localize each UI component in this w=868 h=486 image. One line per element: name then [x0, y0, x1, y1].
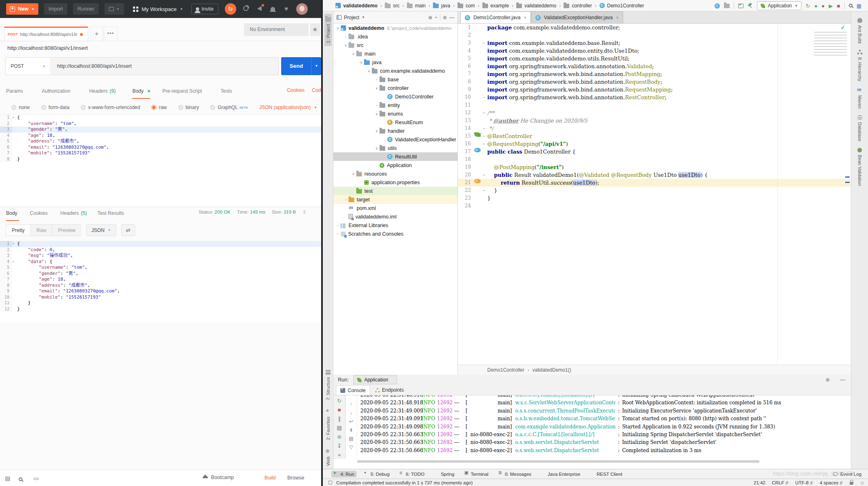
- tree-item[interactable]: › base: [333, 75, 457, 84]
- environment-eye-icon[interactable]: ◉: [310, 23, 320, 36]
- stripe-button[interactable]: 8: Hierarchy: [857, 50, 862, 81]
- body-mode-radio[interactable]: none: [11, 105, 31, 110]
- tree-item[interactable]: validateddemo.iml: [333, 212, 457, 221]
- format-selector[interactable]: JSON ▼: [86, 224, 116, 236]
- save-response-icon[interactable]: ⇩: [302, 209, 306, 215]
- view-mode-button[interactable]: Pretty: [6, 224, 30, 236]
- indent-selector[interactable]: 4 spaces: [820, 480, 843, 485]
- breadcrumb-item[interactable]: src: [385, 3, 407, 9]
- tree-item[interactable]: ∨ handler: [333, 127, 457, 135]
- down-stack-icon[interactable]: ↓: [350, 410, 353, 415]
- bell-icon[interactable]: [269, 5, 277, 13]
- run-configuration-selector[interactable]: Application ▼: [757, 1, 802, 10]
- toolwindow-button[interactable]: 4: Run: [331, 471, 357, 477]
- browse-link[interactable]: Browse: [287, 475, 304, 481]
- announcement-icon[interactable]: [256, 5, 263, 13]
- tree-item[interactable]: test: [333, 187, 457, 195]
- export-icon[interactable]: ↧: [337, 443, 342, 448]
- response-section-tab[interactable]: Headers (5): [60, 209, 87, 221]
- tree-item[interactable]: › .idea: [333, 32, 457, 41]
- clear-all-icon[interactable]: ▽: [349, 445, 353, 450]
- inspection-ok-icon[interactable]: ✓: [841, 25, 845, 31]
- toolwindow-button[interactable]: Spring: [432, 471, 457, 477]
- search-everywhere-icon[interactable]: [849, 3, 852, 9]
- horizontal-scrollbar[interactable]: [357, 460, 848, 463]
- request-body-editor[interactable]: 1 { 2 "username": "tom", 3 "gender": "男"…: [0, 114, 321, 206]
- url-input[interactable]: [51, 57, 279, 75]
- breadcrumb-item[interactable]: Demo1Controller: [599, 3, 650, 9]
- gear-icon[interactable]: ⊛: [443, 15, 447, 20]
- breadcrumb-item[interactable]: controller: [564, 3, 599, 9]
- up-stack-icon[interactable]: ↑: [350, 402, 353, 407]
- request-section-tab[interactable]: Pre-request Script: [162, 87, 209, 99]
- stripe-button[interactable]: Bean Validation: [857, 148, 862, 186]
- stop-icon[interactable]: ■: [338, 407, 341, 412]
- response-body-viewer[interactable]: 1 { 2 "code": 0, 3 "msg": "操作成功", 4 "dat…: [0, 241, 321, 323]
- endpoints-tab[interactable]: Endpoints: [371, 385, 408, 395]
- nyan-icon[interactable]: ☺: [860, 480, 865, 486]
- request-section-tab[interactable]: Authorization: [42, 87, 77, 99]
- response-section-tab[interactable]: Test Results: [98, 209, 126, 221]
- breadcrumb-item[interactable]: validateddemo: [335, 3, 385, 9]
- send-options-button[interactable]: ▼: [311, 57, 321, 75]
- print-icon[interactable]: ▤: [349, 436, 353, 441]
- tab-options-button[interactable]: •••: [104, 27, 118, 41]
- line-ending-selector[interactable]: CRLF: [772, 480, 789, 485]
- stripe-button[interactable]: 2: Favorites: [325, 406, 331, 443]
- view-mode-button[interactable]: Preview: [52, 224, 81, 236]
- breadcrumb-method[interactable]: validatedDemo1(): [533, 367, 571, 373]
- class-nav-icon[interactable]: C: [715, 3, 720, 9]
- run-config-tab[interactable]: Application ×: [353, 375, 397, 384]
- stripe-button[interactable]: Maven: [857, 88, 862, 109]
- tree-item[interactable]: application.properties: [333, 178, 457, 187]
- toolwindow-button[interactable]: Java Enterprise: [539, 471, 583, 477]
- request-tab-active[interactable]: POST http://localhost:8080/api/v1/in...: [4, 27, 88, 41]
- error-stripe-mark[interactable]: [845, 176, 850, 178]
- tree-item[interactable]: ∨ java: [333, 58, 457, 67]
- cookies-link[interactable]: Cookies: [287, 87, 304, 93]
- tree-item[interactable]: ValidatedExceptionHandler: [333, 135, 457, 144]
- stripe-button[interactable]: Database: [857, 115, 862, 141]
- editor-tab[interactable]: ValidatedExceptionHandler.java ×: [531, 11, 623, 23]
- soft-wrap-icon[interactable]: ↩: [349, 419, 353, 424]
- body-mode-radio[interactable]: GraphQL BETA: [210, 105, 248, 110]
- sidebar-toggle-icon[interactable]: ▤: [5, 475, 10, 482]
- api-network-icon[interactable]: [242, 5, 250, 13]
- tree-item[interactable]: Application: [333, 161, 457, 169]
- tree-item[interactable]: ∨ src: [333, 41, 457, 49]
- request-section-tab[interactable]: Tests: [220, 87, 238, 99]
- tree-item[interactable]: ∨ validateddemo E:\project_code\validate…: [333, 24, 457, 32]
- tree-item[interactable]: ∨ controller: [333, 84, 457, 92]
- tree-item[interactable]: ∨ utils: [333, 144, 457, 152]
- request-section-tab[interactable]: Params: [6, 87, 29, 99]
- tree-item[interactable]: ∨ resources: [333, 169, 457, 178]
- body-mode-radio[interactable]: form-data: [41, 105, 71, 110]
- code-editor[interactable]: 1 package com.example.validateddemo.cont…: [458, 24, 851, 365]
- console-log[interactable]: 2020-09-05 22:31:48.918 INFO 12692 main …: [357, 395, 848, 459]
- build-hammer-icon[interactable]: [748, 3, 753, 8]
- background-tasks-icon[interactable]: [329, 481, 332, 484]
- send-button[interactable]: Send: [281, 57, 311, 75]
- gear-icon[interactable]: ⊛: [826, 377, 830, 383]
- request-section-tab[interactable]: Body: [132, 87, 150, 99]
- stripe-button[interactable]: Ant Build: [857, 18, 862, 43]
- chevron-down-icon[interactable]: ▼: [362, 16, 365, 19]
- run-anything-icon[interactable]: [738, 4, 744, 8]
- close-icon[interactable]: ×: [524, 15, 526, 20]
- workspace-selector[interactable]: My Workspace ▼: [133, 6, 183, 12]
- heart-icon[interactable]: ♥: [283, 5, 290, 13]
- new-tab-button[interactable]: +: [91, 27, 103, 41]
- build-link[interactable]: Build: [264, 475, 276, 481]
- search-icon[interactable]: [19, 476, 22, 482]
- tree-item[interactable]: › External Libraries: [333, 221, 457, 230]
- method-selector[interactable]: POST ▼: [5, 57, 51, 75]
- response-section-tab[interactable]: Body: [6, 209, 19, 221]
- locate-file-icon[interactable]: ⊕: [428, 15, 432, 20]
- tree-item[interactable]: ∨ com.example.validateddemo: [333, 67, 457, 75]
- runner-button[interactable]: Runner: [73, 3, 99, 15]
- stripe-button[interactable]: 1: Project: [324, 14, 332, 46]
- tree-item[interactable]: Demo1Controller: [333, 92, 457, 101]
- avatar[interactable]: [296, 3, 308, 15]
- request-section-tab[interactable]: Headers (9): [89, 87, 120, 99]
- lock-icon[interactable]: [850, 482, 853, 485]
